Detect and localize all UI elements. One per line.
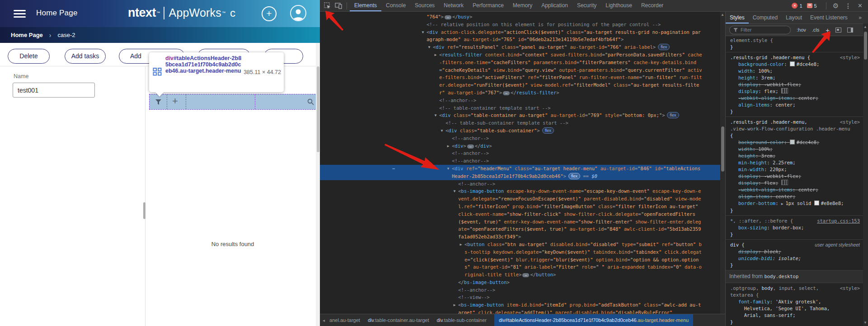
expand-arrow-open-icon[interactable]: ▼ <box>433 112 438 120</box>
tree-node[interactable]: ▶<button class="btn au-target" disabled.… <box>320 241 725 279</box>
ellipsis-pill[interactable]: … <box>445 15 451 19</box>
tree-node[interactable]: <!--anchor--> <box>320 97 725 104</box>
tree-node[interactable]: ▶<div>…</div> <box>320 142 725 150</box>
css-declaration[interactable]: width: 100%; <box>730 68 860 75</box>
ellipsis-pill[interactable]: … <box>503 91 510 95</box>
css-declaration[interactable]: box-sizing: border-box; <box>730 224 860 231</box>
tree-node[interactable]: </bs-image-button> <box>320 279 725 286</box>
css-declaration[interactable]: min-width: 220px; <box>730 166 860 173</box>
flex-badge[interactable]: flex <box>667 112 679 118</box>
tree-node[interactable]: ▼<div ref="resultsPanel" class="panel au… <box>320 43 725 51</box>
computed-sidebar-icon[interactable] <box>847 28 853 33</box>
breadcrumb-home[interactable]: Home Page <box>11 32 43 38</box>
scroll-up-icon[interactable]: ▲ <box>721 13 724 17</box>
styles-tab-event-listeners[interactable]: Event Listeners <box>806 12 852 23</box>
styles-scrollbar[interactable]: ▲▼ <box>863 23 868 326</box>
tree-node[interactable]: ▼<div class="table-container au-target" … <box>320 112 725 119</box>
css-declaration[interactable]: font-family: 'Aktiv grotesk', Helvetica,… <box>730 298 860 319</box>
toggle-class-button[interactable]: .cls <box>812 27 820 33</box>
styles-tab-computed[interactable]: Computed <box>749 12 782 23</box>
flex-editor-icon[interactable] <box>781 180 788 185</box>
css-declaration[interactable]: align-items: center; <box>730 193 860 200</box>
add-row-icon[interactable]: + <box>172 95 178 107</box>
app-scrollbar[interactable] <box>316 43 320 326</box>
ellipsis-pill[interactable]: … <box>522 273 529 277</box>
css-declaration[interactable]: -webkit-align-items: center; <box>730 186 860 193</box>
styles-tab-styles[interactable]: Styles <box>726 12 749 23</box>
name-input[interactable]: test001 <box>13 83 95 98</box>
breadcrumb-back-icon[interactable]: ◂ <box>323 318 325 323</box>
issues-icon[interactable] <box>807 3 812 8</box>
color-swatch[interactable] <box>814 200 819 205</box>
flex-badge[interactable]: flex <box>542 127 554 134</box>
error-badge-icon[interactable]: ✕ <box>792 3 798 9</box>
devtools-tab-network[interactable]: Network <box>439 0 468 11</box>
styles-filter-input[interactable]: Filter <box>729 26 791 34</box>
css-declaration[interactable]: -webkit-align-items: center; <box>730 95 860 102</box>
devtools-tab-recorder[interactable]: Recorder <box>637 0 668 11</box>
tree-node[interactable]: "764">…</busy> <box>320 13 725 21</box>
tree-node[interactable]: <!-- table-container template start --> <box>320 104 725 112</box>
color-swatch[interactable] <box>790 61 795 66</box>
css-declaration[interactable]: background-color: #dce4e8; <box>730 139 860 146</box>
scrollbar-thumb[interactable] <box>721 126 724 172</box>
devtools-tab-lighthouse[interactable]: Lighthouse <box>601 0 637 11</box>
tree-node[interactable]: <!--anchor--> <box>320 180 725 188</box>
css-declaration[interactable]: display: -webkit-flex; <box>730 81 860 88</box>
css-declaration[interactable]: height: 3rem; <box>730 153 860 159</box>
tree-node[interactable]: <!--anchor--> <box>320 157 725 165</box>
devtools-tab-elements[interactable]: Elements <box>350 0 381 11</box>
styles-tab-layout[interactable]: Layout <box>782 12 806 23</box>
inspect-element-icon[interactable] <box>324 2 331 9</box>
close-devtools-icon[interactable]: ✕ <box>858 2 863 9</box>
tree-node[interactable]: ▼<bs-image-button escape-key-down-event-… <box>320 187 725 241</box>
expand-arrow-closed-icon[interactable]: ▶ <box>452 302 457 309</box>
tree-node[interactable]: <!-- relative position on this element i… <box>320 21 725 28</box>
tree-node[interactable]: ▼<div action-click.delegate="actionClick… <box>320 28 725 44</box>
tree-node[interactable]: ▶<results-filter context.bind="context" … <box>320 51 725 97</box>
devtools-tab-performance[interactable]: Performance <box>468 0 508 11</box>
gutter-dots-icon[interactable]: ⋯ <box>392 165 395 172</box>
devtools-tab-security[interactable]: Security <box>572 0 601 11</box>
dom-crumb-selected[interactable]: div#tableActionsHeader-2b85bcea1d71e1f70… <box>494 314 693 326</box>
devtools-tab-memory[interactable]: Memory <box>508 0 537 11</box>
devtools-tab-application[interactable]: Application <box>537 0 572 11</box>
scroll-up-icon[interactable]: ▲ <box>863 25 867 29</box>
expand-arrow-closed-icon[interactable]: ▶ <box>433 51 438 59</box>
more-tabs-icon[interactable]: » <box>859 14 862 21</box>
tree-node[interactable]: <!--anchor--> <box>320 286 725 294</box>
rendering-emulation-icon[interactable] <box>835 28 841 33</box>
tree-node[interactable]: <!--anchor--> <box>320 149 725 157</box>
expand-arrow-open-icon[interactable]: ▼ <box>446 165 450 173</box>
kebab-menu-icon[interactable]: ⋮ <box>845 2 851 9</box>
elements-scrollbar[interactable]: ▲ <box>720 12 725 314</box>
css-declaration[interactable]: height: 3rem; <box>730 75 860 81</box>
ellipsis-pill[interactable]: … <box>467 144 474 149</box>
inherited-node-link[interactable]: body.desktop <box>764 274 798 279</box>
expand-arrow-open-icon[interactable]: ▼ <box>421 29 425 37</box>
tree-node[interactable]: ▼<div class="table-sub-container">flex <box>320 127 725 135</box>
devtools-tab-console[interactable]: Console <box>381 0 410 11</box>
css-declaration[interactable]: min-height: 2.25rem; <box>730 159 860 166</box>
dom-crumb[interactable]: div.table-sub-container <box>436 317 486 323</box>
expand-arrow-open-icon[interactable]: ▼ <box>452 188 457 196</box>
css-declaration[interactable]: display: flex; <box>730 88 860 95</box>
expand-arrow-open-icon[interactable]: ▼ <box>427 44 432 51</box>
tree-node[interactable]: <!--view--> <box>320 293 725 301</box>
dom-crumb[interactable]: div.table-container.au-target <box>368 317 429 323</box>
scroll-down-icon[interactable]: ▼ <box>863 321 867 325</box>
css-declaration[interactable]: background-color: #dce4e8; <box>730 61 860 68</box>
toggle-hover-state-button[interactable]: :hov <box>797 27 806 33</box>
css-declaration[interactable]: display: flex; <box>730 180 860 186</box>
settings-gear-icon[interactable]: ⚙ <box>833 2 839 10</box>
dom-crumb[interactable]: anel.au-target <box>329 317 360 323</box>
search-icon[interactable] <box>307 98 314 105</box>
tree-node-selected[interactable]: ▼<div ref="headerMenu" class="au-target … <box>320 165 725 180</box>
css-declaration[interactable]: unicode-bidi: isolate; <box>730 255 860 262</box>
add-button[interactable]: + <box>262 6 277 21</box>
tree-node[interactable]: ▶<bs-image-button item-id.bind="itemId" … <box>320 301 725 314</box>
filter-icon[interactable] <box>155 99 161 105</box>
rule-selector[interactable]: element.style { <box>730 37 860 44</box>
scrollbar-thumb[interactable] <box>143 202 145 219</box>
expand-arrow-closed-icon[interactable]: ▶ <box>446 143 450 150</box>
